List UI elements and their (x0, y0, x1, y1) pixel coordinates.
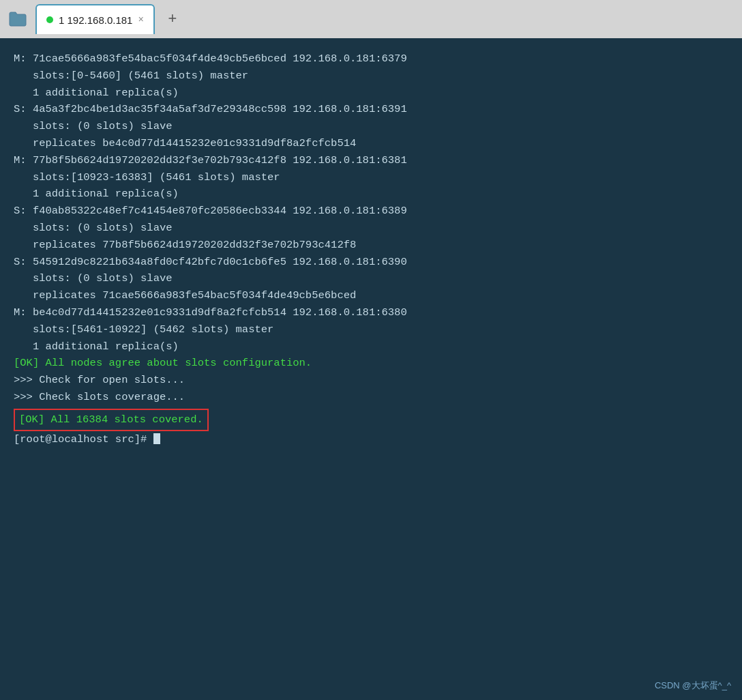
terminal-cursor (153, 433, 160, 444)
folder-icon (5, 7, 30, 31)
terminal-line: M: 71cae5666a983fe54bac5f034f4de49cb5e6b… (14, 50, 728, 68)
terminal-line: 1 additional replica(s) (14, 338, 728, 355)
title-bar: 1 192.168.0.181 × + (0, 0, 742, 38)
terminal-line: 1 additional replica(s) (14, 186, 728, 203)
tab-status-dot (46, 16, 53, 23)
terminal-line: slots: (0 slots) slave (14, 220, 728, 237)
terminal-line: slots:[10923-16383] (5461 slots) master (14, 169, 728, 186)
terminal-line: S: f40ab85322c48ef7c41454e870fc20586ecb3… (14, 203, 728, 220)
tab-label: 1 192.168.0.181 (59, 14, 132, 26)
terminal-line: S: 4a5a3f2bc4be1d3ac35f34a5af3d7e29348cc… (14, 101, 728, 118)
terminal-line: 1 additional replica(s) (14, 85, 728, 102)
terminal-line: M: be4c0d77d14415232e01c9331d9df8a2fcfcb… (14, 304, 728, 321)
watermark: CSDN @大坏蛋^_^ (655, 680, 731, 692)
terminal-line: S: 545912d9c8221b634a8fd0cf42bfc7d0c1cb6… (14, 254, 728, 271)
terminal-line: slots:[5461-10922] (5462 slots) master (14, 321, 728, 338)
terminal-line: replicates be4c0d77d14415232e01c9331d9df… (14, 135, 728, 152)
terminal-line: slots: (0 slots) slave (14, 118, 728, 135)
terminal-output: M: 71cae5666a983fe54bac5f034f4de49cb5e6b… (0, 38, 742, 700)
terminal-line: replicates 71cae5666a983fe54bac5f034f4de… (14, 287, 728, 304)
new-tab-button[interactable]: + (160, 7, 185, 31)
active-tab[interactable]: 1 192.168.0.181 × (35, 4, 155, 34)
terminal-line: [root@localhost src]# (14, 431, 728, 448)
terminal-line: >>> Check slots coverage... (14, 389, 728, 406)
terminal-line-boxed: [OK] All 16384 slots covered. (14, 409, 209, 431)
terminal-line: replicates 77b8f5b6624d19720202dd32f3e70… (14, 237, 728, 254)
tab-close-button[interactable]: × (138, 14, 143, 25)
terminal-line: >>> Check for open slots... (14, 372, 728, 389)
terminal-line: [OK] All nodes agree about slots configu… (14, 355, 728, 372)
terminal-line: slots: (0 slots) slave (14, 270, 728, 287)
terminal-line: M: 77b8f5b6624d19720202dd32f3e702b793c41… (14, 152, 728, 169)
terminal-line: slots:[0-5460] (5461 slots) master (14, 68, 728, 85)
